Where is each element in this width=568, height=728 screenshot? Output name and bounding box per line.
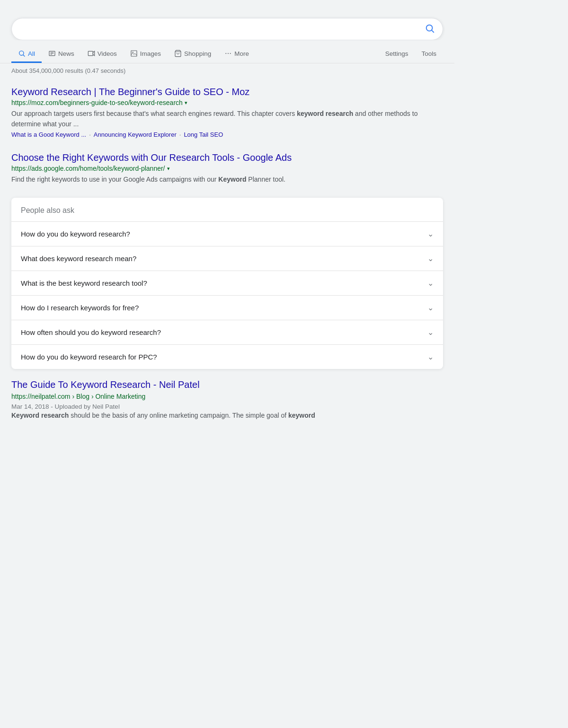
search-bar-container: keyword research xyxy=(0,9,454,40)
search-bar: keyword research xyxy=(11,18,443,40)
result-google-ads: Choose the Right Keywords with Our Resea… xyxy=(11,151,443,184)
nav-shopping-label: Shopping xyxy=(184,50,211,57)
search-button[interactable] xyxy=(425,23,435,35)
result-moz-title[interactable]: Keyword Research | The Beginner's Guide … xyxy=(11,87,249,97)
paa-item-3[interactable]: How do I research keywords for free? ⌄ xyxy=(11,295,443,320)
paa-item-5[interactable]: How do you do keyword research for PPC? … xyxy=(11,344,443,369)
paa-question-2: What is the best keyword research tool? xyxy=(21,279,147,287)
paa-question-0: How do you do keyword research? xyxy=(21,230,130,238)
svg-line-1 xyxy=(432,30,434,32)
results-count: About 354,000,000 results (0.47 seconds) xyxy=(0,63,454,78)
paa-chevron-0: ⌄ xyxy=(427,229,434,238)
paa-item-2[interactable]: What is the best keyword research tool? … xyxy=(11,271,443,295)
google-ads-url-dropdown[interactable]: ▾ xyxy=(167,166,170,172)
nav-videos-label: Videos xyxy=(98,50,117,57)
nav-tools[interactable]: Tools xyxy=(415,45,443,63)
svg-point-13 xyxy=(226,53,227,54)
paa-item-0[interactable]: How do you do keyword research? ⌄ xyxy=(11,221,443,246)
sitelink-keyword-explorer[interactable]: Announcing Keyword Explorer xyxy=(94,131,177,138)
result-neil-patel-url: https://neilpatel.com › Blog › Online Ma… xyxy=(11,393,145,400)
result-moz-sitelinks: What is a Good Keyword ... · Announcing … xyxy=(11,131,443,138)
neil-patel-breadcrumb: Blog › Online Marketing xyxy=(76,393,145,400)
result-moz-url-row: https://moz.com/beginners-guide-to-seo/k… xyxy=(11,99,443,106)
svg-rect-8 xyxy=(88,51,93,55)
paa-question-4: How often should you do keyword research… xyxy=(21,328,161,336)
paa-chevron-1: ⌄ xyxy=(427,254,434,263)
result-google-ads-title[interactable]: Choose the Right Keywords with Our Resea… xyxy=(11,152,292,163)
result-neil-patel-snippet: Keyword research should be the basis of … xyxy=(11,410,443,421)
paa-question-1: What does keyword research mean? xyxy=(21,254,136,263)
sitelink-long-tail-seo[interactable]: Long Tail SEO xyxy=(184,131,223,138)
shopping-icon xyxy=(174,50,182,57)
result-google-ads-url: https://ads.google.com/home/tools/keywor… xyxy=(11,165,165,172)
paa-chevron-4: ⌄ xyxy=(427,328,434,337)
nav-item-news[interactable]: News xyxy=(42,45,81,63)
svg-point-15 xyxy=(230,53,231,54)
people-also-ask-box: People also ask How do you do keyword re… xyxy=(11,198,443,369)
result-neil-patel-title[interactable]: The Guide To Keyword Research - Neil Pat… xyxy=(11,379,200,390)
nav-settings[interactable]: Settings xyxy=(379,45,415,63)
nav-tools-label: Tools xyxy=(421,50,436,57)
nav-item-images[interactable]: Images xyxy=(124,45,168,63)
sitelink-good-keyword[interactable]: What is a Good Keyword ... xyxy=(11,131,86,138)
more-icon xyxy=(224,50,232,57)
paa-question-3: How do I research keywords for free? xyxy=(21,304,139,312)
svg-rect-10 xyxy=(131,51,137,56)
nav-item-videos[interactable]: Videos xyxy=(81,45,124,63)
nav-all-label: All xyxy=(28,50,35,57)
result-moz-snippet: Our approach targets users first because… xyxy=(11,108,443,129)
svg-line-3 xyxy=(23,55,25,56)
result-moz-url: https://moz.com/beginners-guide-to-seo/k… xyxy=(11,99,183,106)
result-neil-patel: The Guide To Keyword Research - Neil Pat… xyxy=(11,378,443,421)
news-icon xyxy=(48,50,56,57)
nav-images-label: Images xyxy=(140,50,161,57)
result-google-ads-snippet: Find the right keywords to use in your G… xyxy=(11,174,443,184)
paa-item-4[interactable]: How often should you do keyword research… xyxy=(11,320,443,344)
neil-patel-domain: https://neilpatel.com xyxy=(11,393,71,400)
result-neil-patel-date: Mar 14, 2018 - Uploaded by Neil Patel xyxy=(11,403,443,410)
paa-chevron-2: ⌄ xyxy=(427,279,434,288)
moz-url-dropdown[interactable]: ▾ xyxy=(185,100,187,106)
results-container: Keyword Research | The Beginner's Guide … xyxy=(0,86,454,184)
search-icon xyxy=(425,23,435,34)
nav-more-label: More xyxy=(234,50,249,57)
svg-point-14 xyxy=(228,53,229,54)
result-neil-patel-url-row: https://neilpatel.com › Blog › Online Ma… xyxy=(11,392,443,401)
paa-chevron-3: ⌄ xyxy=(427,303,434,312)
paa-title: People also ask xyxy=(11,198,443,221)
result-moz: Keyword Research | The Beginner's Guide … xyxy=(11,86,443,138)
images-icon xyxy=(130,50,138,57)
video-icon xyxy=(88,50,95,57)
nav-item-more[interactable]: More xyxy=(218,45,256,63)
search-nav-icon xyxy=(18,50,26,57)
nav-settings-label: Settings xyxy=(385,50,408,57)
neil-patel-sep1: › xyxy=(72,393,76,400)
nav-item-shopping[interactable]: Shopping xyxy=(168,45,218,63)
nav-item-all[interactable]: All xyxy=(11,45,42,63)
svg-point-11 xyxy=(132,52,133,53)
result-google-ads-url-row: https://ads.google.com/home/tools/keywor… xyxy=(11,165,443,172)
search-input[interactable]: keyword research xyxy=(19,25,425,34)
paa-item-1[interactable]: What does keyword research mean? ⌄ xyxy=(11,246,443,271)
nav-news-label: News xyxy=(58,50,74,57)
paa-question-5: How do you do keyword research for PPC? xyxy=(21,353,157,361)
paa-chevron-5: ⌄ xyxy=(427,352,434,361)
nav-bar: All News Videos xyxy=(0,40,454,63)
